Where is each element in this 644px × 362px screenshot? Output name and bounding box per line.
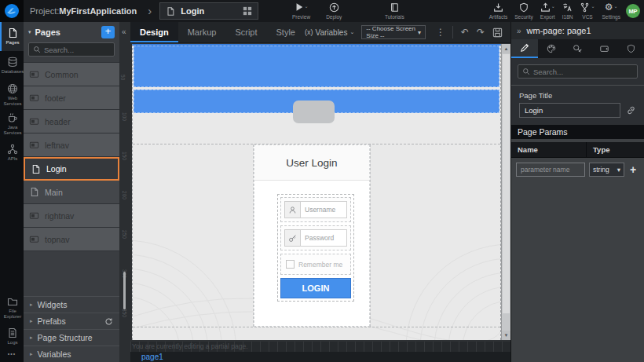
rail-item-databases[interactable]: Databases bbox=[0, 51, 24, 80]
tab-events[interactable] bbox=[565, 39, 591, 58]
grid-icon[interactable] bbox=[243, 6, 252, 16]
section-variables[interactable]: ▸ Variables bbox=[24, 346, 119, 362]
editor-status-bar: page1 bbox=[130, 352, 510, 362]
tab-markup[interactable]: Markup bbox=[178, 22, 226, 42]
panel-caret-icon[interactable]: ▾ bbox=[28, 29, 31, 35]
variables-button[interactable]: (x) Variables ⌄ bbox=[305, 28, 354, 37]
page-tab-label: Login bbox=[181, 6, 237, 16]
cursor-click-icon bbox=[573, 44, 582, 53]
wavemaker-logo[interactable] bbox=[0, 0, 24, 22]
param-name-input[interactable] bbox=[516, 163, 585, 177]
ruler-scroll-thumb[interactable] bbox=[123, 272, 126, 309]
editor-area: Design Markup Script Style (x) Variables… bbox=[130, 22, 510, 362]
partial-icon bbox=[29, 116, 39, 126]
tab-styles[interactable] bbox=[538, 39, 565, 58]
page-item-footer[interactable]: footer bbox=[24, 86, 119, 110]
page-item-main[interactable]: Main bbox=[24, 181, 119, 204]
partial-icon bbox=[29, 69, 39, 79]
page-item-header[interactable]: header bbox=[24, 110, 119, 133]
page-item-topnav[interactable]: topnav bbox=[24, 228, 119, 251]
project-name[interactable]: Project:MyFirstApplication bbox=[30, 6, 137, 16]
page-item-rightnav[interactable]: rightnav bbox=[24, 204, 119, 228]
section-page-structure[interactable]: ▸ Page Structure bbox=[24, 329, 119, 346]
tab-devices[interactable] bbox=[591, 39, 617, 58]
refresh-icon[interactable] bbox=[104, 317, 113, 326]
tab-style[interactable]: Style bbox=[267, 22, 305, 42]
login-card[interactable]: User Login bbox=[254, 144, 370, 327]
undo-icon[interactable]: ↶ bbox=[457, 27, 473, 38]
security-button[interactable]: Security bbox=[514, 2, 532, 20]
translate-icon bbox=[562, 2, 573, 13]
kebab-menu-icon[interactable]: ⋮ bbox=[433, 27, 448, 38]
redo-icon[interactable]: ↷ bbox=[473, 27, 488, 38]
export-button[interactable]: ⌄ Export bbox=[540, 2, 555, 20]
rail-item-file-explorer[interactable]: File Explorer bbox=[0, 293, 24, 322]
user-avatar[interactable]: MP bbox=[626, 4, 640, 18]
java-cup-icon bbox=[7, 112, 18, 123]
settings-button[interactable]: ⚙ ⌄ Settings bbox=[602, 2, 621, 20]
page-item-login[interactable]: Login bbox=[24, 157, 119, 181]
param-type-select[interactable]: string ▾ bbox=[589, 163, 624, 177]
canvas-right-column[interactable] bbox=[370, 144, 499, 327]
pages-search-input[interactable] bbox=[44, 46, 110, 54]
canvas-left-column[interactable] bbox=[134, 144, 254, 327]
rail-item-web-services[interactable]: Web Services bbox=[0, 80, 24, 109]
top-bar: Project:MyFirstApplication › Login ⌄ Pre… bbox=[0, 0, 644, 22]
add-param-button[interactable]: + bbox=[628, 163, 638, 176]
caret-down-icon: ⌄ bbox=[614, 2, 618, 10]
collapse-right-panel-icon[interactable]: » bbox=[517, 27, 521, 35]
save-icon[interactable] bbox=[488, 27, 507, 38]
collapse-pages-panel-icon[interactable]: « bbox=[122, 27, 126, 36]
login-form[interactable]: Remember me LOGIN bbox=[277, 194, 354, 302]
gear-icon: ⚙ bbox=[605, 2, 613, 12]
tab-properties[interactable] bbox=[511, 39, 538, 58]
properties-panel-tabs bbox=[511, 39, 644, 58]
username-input[interactable] bbox=[300, 201, 347, 218]
tab-script[interactable]: Script bbox=[225, 22, 266, 42]
section-widgets[interactable]: ▸ Widgets bbox=[24, 296, 119, 313]
open-page-tab[interactable]: Login bbox=[159, 2, 258, 20]
properties-search-input[interactable] bbox=[533, 68, 633, 76]
tab-design[interactable]: Design bbox=[130, 22, 178, 42]
rail-item-apis[interactable]: APIs bbox=[0, 138, 24, 167]
more-options-icon[interactable]: ••• bbox=[0, 351, 24, 362]
page-item-common[interactable]: Common bbox=[24, 63, 119, 86]
tutorials-button[interactable]: Tutorials bbox=[385, 2, 404, 20]
design-canvas[interactable]: User Login bbox=[132, 44, 501, 340]
pages-icon bbox=[7, 27, 18, 38]
add-page-button[interactable]: + bbox=[101, 26, 115, 38]
page-title-label: Page Title bbox=[518, 86, 638, 103]
vcs-button[interactable]: ⌄ VCS bbox=[580, 2, 595, 20]
scroll-down-icon[interactable]: ▼ bbox=[502, 331, 510, 340]
tab-security[interactable] bbox=[617, 39, 644, 58]
editor-toolbar: Design Markup Script Style (x) Variables… bbox=[130, 22, 510, 43]
remember-me-checkbox[interactable] bbox=[286, 260, 295, 269]
key-icon bbox=[284, 229, 300, 247]
password-row bbox=[280, 225, 351, 250]
scroll-up-icon[interactable]: ▲ bbox=[502, 44, 510, 53]
params-type-header: Type bbox=[587, 142, 616, 157]
canvas-scrollbar[interactable]: ▲ ▼ bbox=[501, 44, 510, 340]
canvas-logo-placeholder[interactable] bbox=[293, 101, 335, 123]
pages-search bbox=[28, 42, 115, 57]
screen-size-select[interactable]: -- Choose Screen Size -- ▾ bbox=[361, 25, 426, 39]
pages-panel: ▾ Pages + Common footer header leftnav bbox=[24, 22, 119, 362]
canvas-header-top[interactable] bbox=[134, 46, 499, 87]
page-item-leftnav[interactable]: leftnav bbox=[24, 133, 119, 157]
password-input[interactable] bbox=[300, 229, 347, 247]
page-title-input[interactable] bbox=[519, 103, 620, 118]
deploy-button[interactable]: Deploy bbox=[326, 2, 342, 20]
rail-item-pages[interactable]: Pages bbox=[0, 22, 24, 51]
rail-item-logs[interactable]: Logs bbox=[0, 322, 24, 351]
page-icon bbox=[31, 164, 41, 174]
artifacts-button[interactable]: Artifacts bbox=[489, 2, 507, 20]
preview-button[interactable]: ⌄ Preview bbox=[292, 2, 310, 20]
canvas-scroll-thumb[interactable] bbox=[503, 54, 510, 313]
login-button[interactable]: LOGIN bbox=[280, 278, 351, 298]
status-page-tab[interactable]: page1 bbox=[141, 353, 163, 361]
bind-link-icon[interactable] bbox=[626, 105, 636, 115]
i18n-button[interactable]: I18N bbox=[562, 2, 573, 20]
section-prefabs[interactable]: ▸ Prefabs bbox=[24, 313, 119, 329]
wavemaker-logo-icon bbox=[4, 3, 20, 19]
rail-item-java-services[interactable]: Java Services bbox=[0, 109, 24, 138]
